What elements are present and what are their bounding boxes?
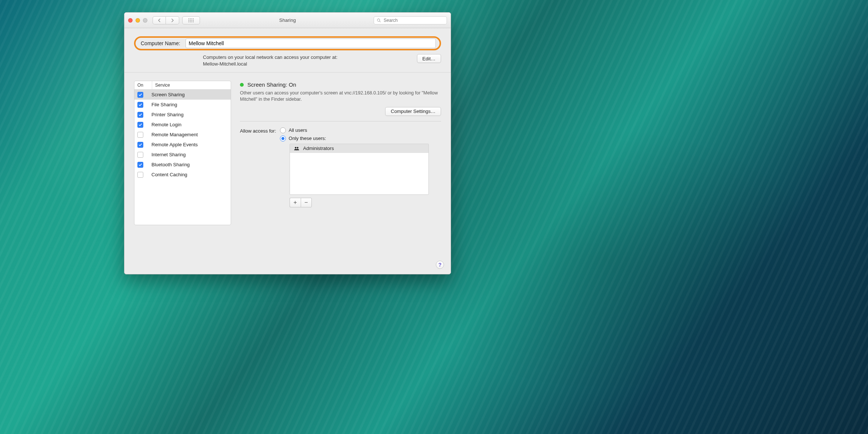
service-row[interactable]: Bluetooth Sharing [134, 160, 231, 170]
radio-all-users[interactable]: All users [280, 127, 429, 133]
service-label: Bluetooth Sharing [151, 162, 190, 167]
service-checkbox[interactable] [137, 122, 143, 128]
sharing-preferences-window: Sharing Computer Name: Computers on your… [124, 12, 451, 274]
detail-pane: Screen Sharing: On Other users can acces… [240, 81, 441, 267]
services-rows: Screen SharingFile SharingPrinter Sharin… [134, 90, 231, 225]
service-row[interactable]: Printer Sharing [134, 110, 231, 120]
network-name-text: Computers on your local network can acce… [203, 54, 411, 67]
radio-icon [280, 127, 286, 133]
service-checkbox[interactable] [137, 112, 143, 118]
radio-icon [280, 136, 286, 141]
service-row[interactable]: Remote Login [134, 120, 231, 130]
computer-name-input[interactable] [186, 39, 436, 48]
help-button[interactable]: ? [436, 261, 444, 269]
back-button[interactable] [153, 16, 166, 24]
check-icon [138, 143, 142, 147]
service-label: Content Caching [151, 172, 187, 177]
titlebar: Sharing [124, 13, 451, 28]
computer-name-label: Computer Name: [141, 40, 180, 46]
zoom-window-button[interactable] [143, 18, 147, 23]
check-icon [138, 93, 142, 97]
users-icon [294, 146, 300, 151]
add-remove-buttons: + − [290, 198, 429, 207]
search-field-wrap [374, 16, 447, 24]
service-checkbox[interactable] [137, 162, 143, 168]
computer-settings-button[interactable]: Computer Settings… [385, 107, 441, 116]
column-header-on[interactable]: On [134, 81, 152, 89]
service-row[interactable]: Internet Sharing [134, 150, 231, 160]
show-all-button[interactable] [182, 16, 200, 24]
grid-icon [188, 19, 194, 22]
service-label: Screen Sharing [151, 92, 185, 97]
check-icon [138, 103, 142, 107]
service-row[interactable]: File Sharing [134, 100, 231, 110]
access-radio-group: All users Only these users: [280, 127, 429, 141]
svg-point-2 [295, 147, 296, 148]
edit-hostname-button[interactable]: Edit… [417, 54, 441, 63]
network-text-line1: Computers on your local network can acce… [203, 54, 337, 60]
service-label: Remote Management [151, 132, 198, 137]
service-row[interactable]: Remote Management [134, 130, 231, 140]
computer-name-highlight: Computer Name: [134, 36, 441, 50]
remove-user-button[interactable]: − [301, 198, 312, 207]
service-row[interactable]: Screen Sharing [134, 90, 231, 100]
radio-only-these-users[interactable]: Only these users: [280, 136, 429, 141]
service-label: Remote Apple Events [151, 142, 198, 147]
status-dot-icon [240, 83, 244, 87]
user-area: Administrators + − [290, 144, 429, 207]
service-checkbox[interactable] [137, 152, 143, 158]
service-checkbox[interactable] [137, 102, 143, 108]
minimize-window-button[interactable] [136, 18, 140, 23]
radio-only-label: Only these users: [289, 136, 326, 141]
access-section: Allow access for: All users Only these u… [240, 127, 441, 207]
window-controls [128, 18, 147, 23]
service-label: Remote Login [151, 122, 181, 127]
svg-line-1 [380, 21, 381, 22]
search-icon [377, 18, 381, 23]
close-window-button[interactable] [128, 18, 133, 23]
svg-point-3 [297, 147, 298, 148]
service-status: Screen Sharing: On [240, 81, 441, 88]
service-checkbox[interactable] [137, 92, 143, 98]
divider [240, 121, 441, 121]
service-label: Internet Sharing [151, 152, 186, 157]
network-text-line2: Mellow-Mitchell.local [203, 61, 247, 67]
user-row[interactable]: Administrators [290, 144, 428, 153]
chevron-right-icon [171, 19, 174, 22]
check-icon [138, 123, 142, 127]
service-label: File Sharing [151, 102, 177, 107]
services-list: On Service Screen SharingFile SharingPri… [134, 81, 231, 225]
network-name-row: Computers on your local network can acce… [134, 54, 441, 67]
allowed-users-list[interactable]: Administrators [290, 144, 429, 195]
forward-button[interactable] [166, 16, 179, 24]
chevron-left-icon [158, 19, 161, 22]
access-label: Allow access for: [240, 127, 276, 134]
user-name: Administrators [303, 146, 334, 151]
services-list-header: On Service [134, 81, 231, 90]
search-input[interactable] [374, 16, 447, 24]
check-icon [138, 163, 142, 167]
service-checkbox[interactable] [137, 172, 143, 178]
service-row[interactable]: Content Caching [134, 170, 231, 180]
service-status-title: Screen Sharing: On [247, 81, 296, 88]
column-header-service[interactable]: Service [152, 81, 231, 89]
add-user-button[interactable]: + [290, 198, 301, 207]
header-section: Computer Name: Computers on your local n… [124, 28, 451, 73]
body: On Service Screen SharingFile SharingPri… [124, 73, 451, 274]
service-row[interactable]: Remote Apple Events [134, 140, 231, 150]
radio-all-label: All users [289, 127, 307, 133]
service-label: Printer Sharing [151, 112, 184, 117]
service-description: Other users can access your computer's s… [240, 90, 441, 103]
check-icon [138, 113, 142, 117]
nav-back-forward [153, 16, 179, 24]
service-checkbox[interactable] [137, 132, 143, 138]
service-checkbox[interactable] [137, 142, 143, 148]
